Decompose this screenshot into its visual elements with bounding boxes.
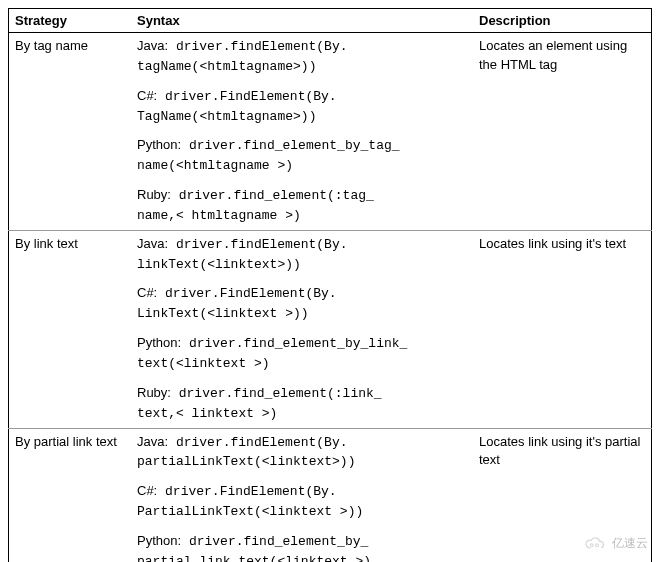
table-body: By tag nameJava: driver.findElement(By. … xyxy=(9,33,652,563)
cell-syntax: Java: driver.findElement(By. linkText(<l… xyxy=(131,230,473,428)
code-text: driver.find_element(:tag_ name,< htmltag… xyxy=(137,188,374,223)
syntax-variant: Python: driver.find_element_by_link_ tex… xyxy=(137,334,467,374)
syntax-variant: Java: driver.findElement(By. partialLink… xyxy=(137,433,467,473)
header-syntax: Syntax xyxy=(131,9,473,33)
lang-label: C#: xyxy=(137,483,157,498)
table-row: By link textJava: driver.findElement(By.… xyxy=(9,230,652,428)
table-row: By partial link textJava: driver.findEle… xyxy=(9,428,652,562)
lang-label: Python: xyxy=(137,137,181,152)
cell-strategy: By link text xyxy=(9,230,132,428)
header-description: Description xyxy=(473,9,652,33)
cell-strategy: By partial link text xyxy=(9,428,132,562)
lang-label: Ruby: xyxy=(137,385,171,400)
lang-label: Java: xyxy=(137,38,168,53)
lang-label: Ruby: xyxy=(137,187,171,202)
lang-label: Python: xyxy=(137,335,181,350)
syntax-variant: Ruby: driver.find_element(:link_ text,< … xyxy=(137,384,467,424)
syntax-variant: Python: driver.find_element_by_ partial_… xyxy=(137,532,467,562)
code-text: driver.findElement(By. tagName(<htmltagn… xyxy=(137,39,348,74)
lang-label: Java: xyxy=(137,434,168,449)
lang-label: Python: xyxy=(137,533,181,548)
code-text: driver.findElement(By. linkText(<linktex… xyxy=(137,237,348,272)
syntax-variant: Java: driver.findElement(By. tagName(<ht… xyxy=(137,37,467,77)
strategy-table: Strategy Syntax Description By tag nameJ… xyxy=(8,8,652,562)
syntax-variant: C#: driver.FindElement(By. LinkText(<lin… xyxy=(137,284,467,324)
cell-strategy: By tag name xyxy=(9,33,132,231)
table-header-row: Strategy Syntax Description xyxy=(9,9,652,33)
lang-label: C#: xyxy=(137,285,157,300)
code-text: driver.FindElement(By. PartialLinkText(<… xyxy=(137,484,363,519)
cell-syntax: Java: driver.findElement(By. partialLink… xyxy=(131,428,473,562)
cell-description: Locates link using it's partial text xyxy=(473,428,652,562)
lang-label: Java: xyxy=(137,236,168,251)
header-strategy: Strategy xyxy=(9,9,132,33)
syntax-variant: Python: driver.find_element_by_tag_ name… xyxy=(137,136,467,176)
code-text: driver.findElement(By. partialLinkText(<… xyxy=(137,435,355,470)
cell-description: Locates an element using the HTML tag xyxy=(473,33,652,231)
lang-label: C#: xyxy=(137,88,157,103)
syntax-variant: Java: driver.findElement(By. linkText(<l… xyxy=(137,235,467,275)
code-text: driver.FindElement(By. TagName(<htmltagn… xyxy=(137,89,337,124)
cell-description: Locates link using it's text xyxy=(473,230,652,428)
table-row: By tag nameJava: driver.findElement(By. … xyxy=(9,33,652,231)
syntax-variant: Ruby: driver.find_element(:tag_ name,< h… xyxy=(137,186,467,226)
code-text: driver.FindElement(By. LinkText(<linktex… xyxy=(137,286,337,321)
cell-syntax: Java: driver.findElement(By. tagName(<ht… xyxy=(131,33,473,231)
code-text: driver.find_element(:link_ text,< linkte… xyxy=(137,386,382,421)
syntax-variant: C#: driver.FindElement(By. TagName(<html… xyxy=(137,87,467,127)
syntax-variant: C#: driver.FindElement(By. PartialLinkTe… xyxy=(137,482,467,522)
